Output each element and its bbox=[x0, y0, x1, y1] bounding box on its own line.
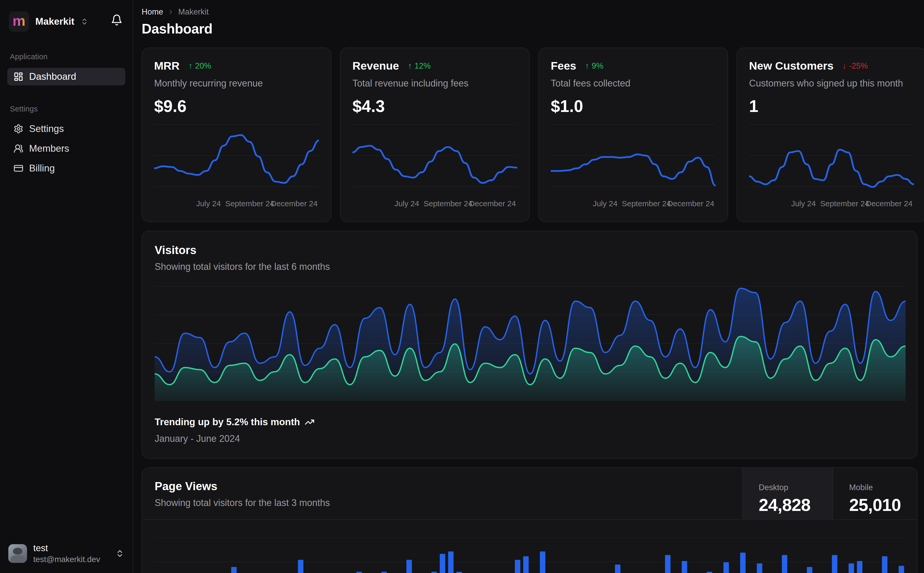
trending-up-icon bbox=[304, 417, 314, 427]
chevrons-up-down-icon bbox=[81, 18, 88, 25]
stat-title: New Customers bbox=[749, 59, 833, 72]
breadcrumb-home-link[interactable]: Home bbox=[142, 7, 163, 17]
trend-badge: ↑9% bbox=[585, 61, 603, 70]
page-title: Dashboard bbox=[142, 21, 918, 37]
stat-card-mrr: MRR ↑20% Monthly recurring revenue $9.6 … bbox=[142, 47, 331, 222]
stat-value: $4.3 bbox=[353, 97, 517, 116]
sidebar-nav: Application Dashboard Settings Settings … bbox=[7, 52, 125, 177]
user-email: test@makerkit.dev bbox=[33, 555, 109, 564]
sidebar-item-label: Settings bbox=[29, 124, 64, 134]
users-icon bbox=[14, 144, 24, 153]
nav-group-label-settings: Settings bbox=[10, 105, 123, 113]
bell-icon bbox=[111, 14, 123, 26]
stat-title: Fees bbox=[551, 59, 576, 72]
main-content: Home Makerkit Dashboard MRR ↑20% Monthly… bbox=[133, 0, 924, 573]
desktop-total: 24,828 bbox=[759, 495, 833, 515]
x-axis-labels: July 24September 24December 24 bbox=[551, 199, 715, 210]
x-axis-labels: July 24September 24December 24 bbox=[154, 199, 319, 210]
new-customers-sparkline-chart bbox=[749, 117, 914, 196]
x-axis-labels: July 24September 24December 24 bbox=[353, 199, 517, 210]
arrow-up-icon: ↑ bbox=[585, 61, 589, 70]
revenue-sparkline-chart bbox=[353, 117, 517, 196]
arrow-up-icon: ↑ bbox=[408, 61, 412, 70]
visitors-date-range: January - June 2024 bbox=[155, 433, 905, 444]
sidebar-item-settings[interactable]: Settings bbox=[7, 120, 125, 138]
sidebar-item-label: Members bbox=[29, 143, 69, 154]
user-name: test bbox=[33, 543, 109, 553]
stat-description: Total revenue including fees bbox=[353, 78, 517, 89]
mrr-sparkline-chart bbox=[154, 117, 319, 196]
arrow-down-icon: ↓ bbox=[842, 61, 847, 70]
sidebar-item-label: Dashboard bbox=[29, 71, 76, 82]
chevrons-up-down-icon bbox=[115, 549, 124, 558]
trend-badge: ↑20% bbox=[188, 61, 211, 70]
page-views-bar-chart bbox=[142, 520, 917, 573]
sidebar: m Makerkit Application Dashboard Setting… bbox=[0, 0, 133, 573]
fees-sparkline-chart bbox=[551, 117, 715, 196]
mobile-total: 25,010 bbox=[849, 495, 917, 515]
tab-mobile[interactable]: Mobile 25,010 bbox=[833, 468, 917, 519]
layout-dashboard-icon bbox=[14, 72, 24, 81]
visitors-subtitle: Showing total visitors for the last 6 mo… bbox=[155, 261, 905, 272]
gear-icon bbox=[14, 124, 24, 134]
nav-group-label-application: Application bbox=[10, 52, 123, 61]
stat-title: MRR bbox=[154, 59, 180, 72]
visitors-trend-text: Trending up by 5.2% this month bbox=[155, 416, 300, 427]
sidebar-item-members[interactable]: Members bbox=[7, 140, 125, 157]
app-logo: m bbox=[9, 11, 29, 32]
arrow-up-icon: ↑ bbox=[188, 61, 193, 70]
stat-value: $1.0 bbox=[551, 97, 715, 116]
page-views-tabs: Desktop 24,828 Mobile 25,010 bbox=[742, 468, 917, 519]
x-axis-labels: July 24September 24December 24 bbox=[749, 199, 914, 210]
stat-description: Monthly recurring revenue bbox=[154, 78, 319, 89]
breadcrumb: Home Makerkit bbox=[142, 7, 918, 17]
stat-card-revenue: Revenue ↑12% Total revenue including fee… bbox=[340, 47, 530, 222]
visitors-card: Visitors Showing total visitors for the … bbox=[142, 231, 918, 459]
credit-card-icon bbox=[14, 163, 24, 173]
breadcrumb-current: Makerkit bbox=[178, 7, 209, 17]
notifications-button[interactable] bbox=[111, 14, 123, 26]
tab-desktop[interactable]: Desktop 24,828 bbox=[742, 468, 833, 519]
stat-value: 1 bbox=[749, 97, 914, 116]
workspace-switcher[interactable]: m Makerkit bbox=[7, 9, 125, 34]
stat-card-fees: Fees ↑9% Total fees collected $1.0 July … bbox=[538, 47, 728, 222]
stat-cards-row: MRR ↑20% Monthly recurring revenue $9.6 … bbox=[142, 47, 918, 222]
app-logo-letter: m bbox=[13, 14, 25, 28]
sidebar-item-dashboard[interactable]: Dashboard bbox=[7, 68, 125, 85]
chevron-right-icon bbox=[167, 9, 174, 15]
workspace-name: Makerkit bbox=[35, 16, 74, 27]
stat-description: Customers who signed up this month bbox=[749, 78, 914, 89]
page-views-title: Page Views bbox=[155, 480, 729, 493]
stat-description: Total fees collected bbox=[551, 78, 715, 89]
visitors-area-chart bbox=[155, 283, 905, 402]
sidebar-item-billing[interactable]: Billing bbox=[7, 160, 125, 177]
trend-badge: ↓-25% bbox=[842, 61, 868, 70]
page-views-card: Page Views Showing total visitors for th… bbox=[142, 467, 918, 573]
avatar bbox=[8, 544, 27, 563]
trend-badge: ↑12% bbox=[408, 61, 431, 70]
page-views-subtitle: Showing total visitors for the last 3 mo… bbox=[155, 498, 729, 508]
stat-title: Revenue bbox=[353, 59, 399, 72]
visitors-title: Visitors bbox=[155, 244, 905, 257]
stat-card-new-customers: New Customers ↓-25% Customers who signed… bbox=[737, 47, 924, 222]
sidebar-item-label: Billing bbox=[29, 163, 55, 174]
user-menu[interactable]: test test@makerkit.dev bbox=[6, 541, 126, 566]
stat-value: $9.6 bbox=[154, 97, 319, 116]
